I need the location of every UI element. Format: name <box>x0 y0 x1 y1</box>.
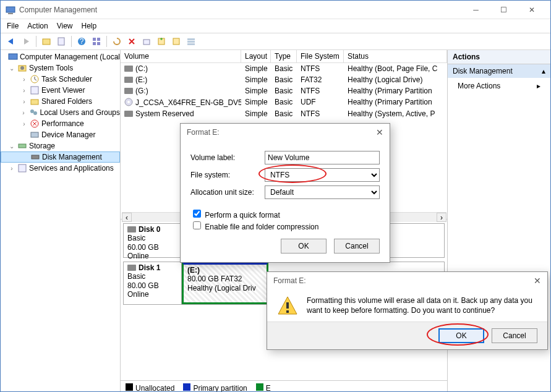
disc-icon <box>124 98 133 106</box>
svg-point-23 <box>33 111 37 115</box>
allocation-unit-select[interactable]: Default <box>265 185 380 199</box>
actions-section[interactable]: Disk Management▴ <box>448 64 550 78</box>
close-icon[interactable]: ✕ <box>534 276 541 286</box>
volume-row[interactable]: (E:)SimpleBasicFAT32Healthy (Logical Dri… <box>121 74 447 85</box>
format-dialog: Format E: ✕ Volume label: File system:NT… <box>180 123 390 263</box>
toolbar: ? <box>1 33 550 50</box>
minimize-button[interactable]: ─ <box>462 1 490 19</box>
actions-more[interactable]: More Actions▸ <box>448 78 550 94</box>
menu-file[interactable]: File <box>7 22 19 30</box>
format-ok-button[interactable]: OK <box>281 239 327 254</box>
tree-task-scheduler[interactable]: ›Task Scheduler <box>1 74 120 85</box>
svg-rect-3 <box>58 38 64 45</box>
col-layout[interactable]: Layout <box>241 50 271 62</box>
navigation-tree: Computer Management (Local ⌄System Tools… <box>1 50 121 392</box>
svg-rect-21 <box>31 100 38 104</box>
svg-rect-8 <box>93 42 96 45</box>
views-button[interactable] <box>90 35 103 48</box>
svg-rect-14 <box>187 41 195 43</box>
col-volume[interactable]: Volume <box>121 50 241 62</box>
tree-root[interactable]: Computer Management (Local <box>1 51 120 62</box>
drive-icon <box>124 88 133 94</box>
disk-icon <box>127 265 136 271</box>
svg-rect-27 <box>32 155 39 159</box>
volume-label-input[interactable] <box>265 151 380 164</box>
menu-action[interactable]: Action <box>27 22 48 30</box>
close-button[interactable]: ✕ <box>518 1 545 19</box>
app-icon <box>6 5 15 15</box>
close-icon[interactable]: ✕ <box>376 127 383 137</box>
confirm-ok-button[interactable]: OK <box>438 328 484 343</box>
svg-rect-16 <box>9 54 17 59</box>
tree-local-users[interactable]: ›Local Users and Groups <box>1 107 120 118</box>
new-button[interactable] <box>155 35 168 48</box>
svg-rect-20 <box>31 87 38 94</box>
tree-performance[interactable]: ›Performance <box>1 118 120 129</box>
confirm-dialog-title: Format E: <box>273 276 306 285</box>
file-system-select[interactable]: NTFS <box>265 168 380 182</box>
menu-help[interactable]: Help <box>82 22 97 30</box>
file-system-label: File system: <box>190 171 265 179</box>
volume-row[interactable]: System ReservedSimpleBasicNTFSHealthy (S… <box>121 108 447 119</box>
drive-icon <box>124 66 133 72</box>
svg-rect-7 <box>97 38 100 41</box>
svg-rect-15 <box>187 43 195 45</box>
up-button[interactable] <box>40 35 53 48</box>
tree-shared-folders[interactable]: ›Shared Folders <box>1 96 120 107</box>
legend-unallocated: Unallocated <box>126 383 174 392</box>
maximize-button[interactable]: ☐ <box>490 1 518 19</box>
svg-point-22 <box>30 109 34 113</box>
disk-label: Disk 0 Basic60.00 GBOnline <box>124 224 182 257</box>
title-bar: Computer Management ─ ☐ ✕ <box>1 1 550 19</box>
tree-services[interactable]: ›Services and Applications <box>1 163 120 174</box>
tree-system-tools[interactable]: ⌄System Tools <box>1 62 120 74</box>
format-dialog-titlebar: Format E: ✕ <box>181 124 390 141</box>
svg-rect-28 <box>19 164 26 172</box>
partition[interactable]: (E:) 80.00 GB FAT32 Healthy (Logical Dri… <box>182 262 268 304</box>
volume-row[interactable]: (G:)SimpleBasicNTFSHealthy (Primary Part… <box>121 85 447 96</box>
col-filesystem[interactable]: File System <box>297 50 344 62</box>
svg-point-30 <box>127 101 130 103</box>
legend-primary: Primary partition <box>183 383 247 392</box>
quick-format-checkbox[interactable]: Perform a quick format <box>190 211 280 219</box>
tree-disk-management[interactable]: Disk Management <box>1 151 120 163</box>
delete-button[interactable] <box>125 35 139 48</box>
svg-rect-10 <box>143 40 150 45</box>
volume-row[interactable]: J_CCSA_X64FRE_EN-GB_DV5 (D:)SimpleBasicU… <box>121 96 447 108</box>
compression-checkbox[interactable]: Enable file and folder compression <box>190 223 318 231</box>
refresh-button[interactable] <box>110 35 124 48</box>
help-button[interactable]: ? <box>75 35 88 48</box>
chevron-right-icon: ▸ <box>537 82 540 90</box>
drive-icon <box>124 77 133 83</box>
properties-button[interactable] <box>54 35 68 48</box>
svg-point-18 <box>20 66 24 70</box>
volume-label-label: Volume label: <box>190 153 265 162</box>
svg-rect-13 <box>187 38 195 40</box>
svg-rect-1 <box>8 13 13 14</box>
collapse-icon: ▴ <box>542 67 545 75</box>
tree-storage[interactable]: ⌄Storage <box>1 140 120 151</box>
tree-event-viewer[interactable]: ›Event Viewer <box>1 85 120 96</box>
confirm-message: Formatting this volume will erase all da… <box>307 296 537 317</box>
svg-rect-2 <box>43 39 50 45</box>
svg-rect-26 <box>19 144 26 148</box>
menu-bar: File Action View Help <box>1 19 550 33</box>
forward-button[interactable] <box>19 35 33 48</box>
format-cancel-button[interactable]: Cancel <box>334 239 380 254</box>
disk-label: Disk 1 Basic80.00 GBOnline <box>124 262 182 304</box>
action-button[interactable] <box>140 35 153 48</box>
svg-rect-6 <box>93 38 96 41</box>
volume-row[interactable]: (C:)SimpleBasicNTFSHealthy (Boot, Page F… <box>121 63 447 74</box>
col-status[interactable]: Status <box>344 50 447 62</box>
svg-rect-31 <box>286 302 289 309</box>
list-button[interactable] <box>184 35 198 48</box>
tree-device-manager[interactable]: Device Manager <box>1 129 120 140</box>
col-type[interactable]: Type <box>271 50 297 62</box>
back-button[interactable] <box>4 35 18 48</box>
svg-rect-25 <box>31 132 38 137</box>
menu-view[interactable]: View <box>57 22 73 30</box>
svg-rect-0 <box>6 7 15 12</box>
options-button[interactable] <box>169 35 183 48</box>
legend: Unallocated Primary partition E <box>121 380 447 392</box>
confirm-cancel-button[interactable]: Cancel <box>492 328 537 343</box>
